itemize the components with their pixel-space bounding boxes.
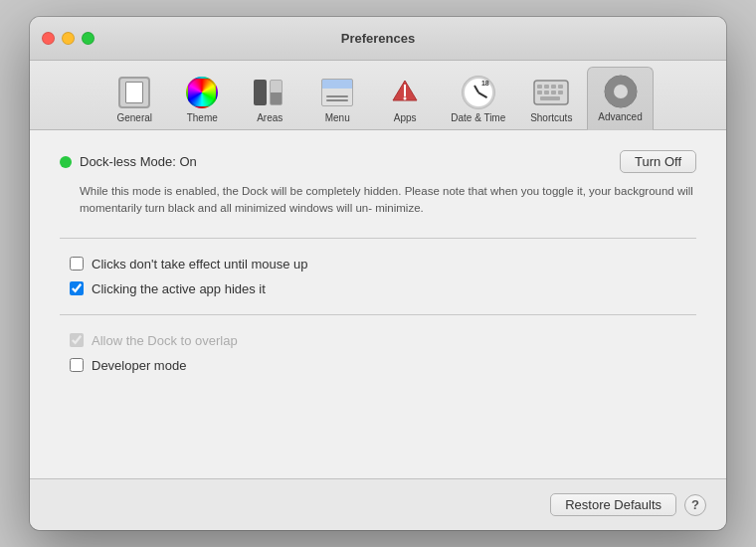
overlap-label: Allow the Dock to overlap: [92, 333, 238, 348]
checkbox-overlap-row: Allow the Dock to overlap: [70, 333, 696, 348]
apps-icon: [387, 75, 423, 110]
tab-shortcuts[interactable]: Shortcuts: [519, 69, 583, 129]
tab-theme-label: Theme: [187, 112, 218, 123]
tab-shortcuts-label: Shortcuts: [530, 112, 572, 123]
window-title: Preferences: [341, 31, 415, 46]
traffic-lights: [42, 32, 94, 45]
status-dot-on: [60, 156, 72, 168]
tab-menu[interactable]: Menu: [305, 69, 369, 129]
close-button[interactable]: [42, 32, 55, 45]
theme-icon: [184, 75, 220, 110]
svg-rect-9: [544, 91, 549, 94]
separator-1: [60, 238, 696, 239]
svg-rect-11: [558, 91, 563, 94]
svg-rect-7: [558, 85, 563, 89]
tab-advanced-label: Advanced: [598, 111, 642, 122]
tab-general-label: General: [116, 112, 152, 123]
preferences-window: Preferences General Theme Areas: [30, 17, 726, 530]
shortcuts-icon: [533, 75, 569, 110]
svg-rect-12: [540, 96, 560, 100]
tab-datetime[interactable]: 18 Date & Time: [441, 69, 515, 129]
clicks-label: Clicks don't take effect until mouse up: [92, 257, 308, 272]
checkbox-hides-row: Clicking the active app hides it: [70, 281, 696, 296]
svg-point-23: [614, 85, 628, 98]
developer-checkbox[interactable]: [70, 358, 84, 372]
advanced-icon: [603, 74, 639, 109]
svg-rect-4: [537, 85, 542, 89]
checkbox-developer-row: Developer mode: [70, 358, 696, 373]
separator-2: [60, 314, 696, 315]
clicks-checkbox[interactable]: [70, 257, 84, 271]
tab-advanced[interactable]: Advanced: [587, 67, 653, 130]
developer-label: Developer mode: [92, 358, 186, 373]
general-icon: [116, 75, 152, 110]
tab-general[interactable]: General: [102, 69, 166, 129]
svg-rect-8: [537, 91, 542, 94]
datetime-icon: 18: [461, 75, 496, 110]
dockless-description: While this mode is enabled, the Dock wil…: [80, 183, 696, 218]
dockless-left: Dock-less Mode: On: [60, 154, 197, 169]
overlap-checkbox: [70, 333, 84, 347]
content-area: Dock-less Mode: On Turn Off While this m…: [30, 130, 726, 478]
titlebar: Preferences: [30, 17, 726, 61]
bottom-bar: Restore Defaults ?: [30, 478, 726, 530]
minimize-button[interactable]: [62, 32, 75, 45]
tab-areas-label: Areas: [257, 112, 283, 123]
areas-icon: [252, 75, 287, 110]
restore-defaults-button[interactable]: Restore Defaults: [550, 493, 676, 516]
hides-checkbox[interactable]: [70, 281, 84, 295]
tab-apps-label: Apps: [394, 112, 417, 123]
svg-rect-10: [551, 91, 556, 94]
maximize-button[interactable]: [82, 32, 94, 45]
menu-icon: [319, 75, 355, 110]
tab-areas[interactable]: Areas: [238, 69, 301, 129]
tab-datetime-label: Date & Time: [451, 112, 505, 123]
svg-rect-5: [544, 85, 549, 89]
toolbar: General Theme Areas: [30, 61, 726, 130]
hides-label: Clicking the active app hides it: [92, 281, 266, 296]
svg-point-2: [404, 97, 407, 100]
tab-menu-label: Menu: [325, 112, 350, 123]
svg-rect-6: [551, 85, 556, 89]
checkbox-clicks-row: Clicks don't take effect until mouse up: [70, 257, 696, 272]
dockless-mode-label: Dock-less Mode: On: [80, 154, 197, 169]
tab-apps[interactable]: Apps: [373, 69, 437, 129]
dockless-mode-row: Dock-less Mode: On Turn Off: [60, 150, 696, 173]
help-button[interactable]: ?: [684, 494, 706, 516]
tab-theme[interactable]: Theme: [170, 69, 234, 129]
turn-off-button[interactable]: Turn Off: [620, 150, 696, 173]
